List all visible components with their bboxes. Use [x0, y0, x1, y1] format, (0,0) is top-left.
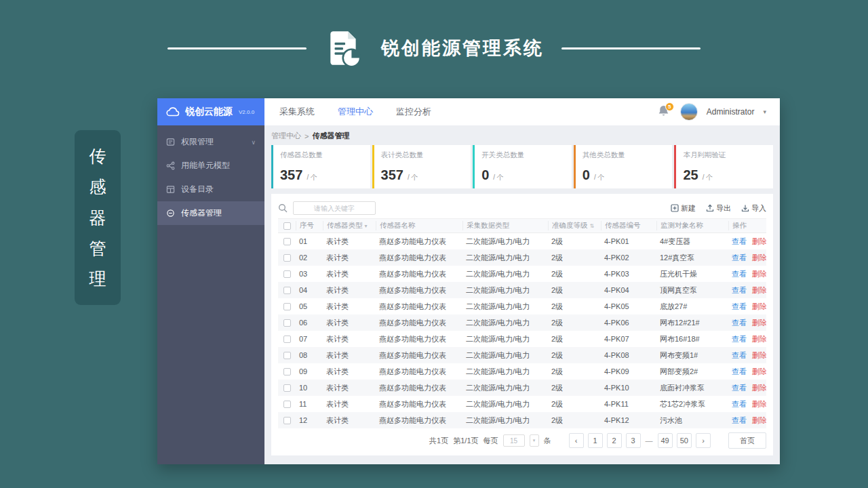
- view-link[interactable]: 查看: [732, 302, 747, 312]
- row-checkbox[interactable]: [283, 319, 291, 327]
- search-input[interactable]: [293, 201, 376, 215]
- view-link[interactable]: 查看: [732, 253, 747, 263]
- row-checkbox-cell: [278, 287, 296, 294]
- avatar[interactable]: [680, 103, 698, 121]
- cell-value: 二次能源/电力/电力: [462, 302, 548, 312]
- user-menu-caret-icon[interactable]: ▾: [763, 108, 766, 115]
- page-button[interactable]: 2: [607, 433, 622, 448]
- delete-link[interactable]: 删除: [752, 350, 766, 361]
- create-button[interactable]: 新建: [671, 203, 696, 214]
- view-link[interactable]: 查看: [732, 367, 747, 377]
- notification-bell-icon[interactable]: 5: [658, 104, 671, 119]
- view-link[interactable]: 查看: [732, 334, 747, 344]
- row-checkbox-cell: [278, 417, 296, 424]
- cell-value: 12: [296, 416, 323, 424]
- row-checkbox[interactable]: [283, 401, 291, 408]
- page-button[interactable]: 50: [677, 433, 692, 448]
- row-checkbox[interactable]: [283, 254, 291, 262]
- select-all-checkbox[interactable]: [283, 222, 291, 230]
- stat-card-switch-total: 开关类总数量 0/ 个: [473, 145, 572, 188]
- row-checkbox[interactable]: [283, 384, 291, 392]
- stat-cards: 传感器总数量 357/ 个 表计类总数量 357/ 个 开关类总数量 0/ 个 …: [271, 145, 773, 188]
- view-link[interactable]: 查看: [732, 285, 747, 296]
- header-checkbox-cell: [278, 222, 296, 230]
- sidebar-item-sensor-management[interactable]: 传感器管理: [157, 201, 264, 225]
- view-link[interactable]: 查看: [732, 237, 747, 247]
- stat-value: 0/ 个: [481, 167, 565, 183]
- username-label[interactable]: Administrator: [707, 107, 755, 117]
- delete-link[interactable]: 删除: [752, 399, 766, 409]
- per-page-select[interactable]: 15: [503, 434, 525, 447]
- row-checkbox[interactable]: [283, 287, 291, 294]
- page-banner: 锐创能源管理系统: [0, 28, 868, 68]
- page-button[interactable]: 3: [626, 433, 641, 448]
- delete-link[interactable]: 删除: [752, 285, 766, 296]
- cell-value: 2级: [548, 367, 601, 377]
- delete-link[interactable]: 删除: [752, 415, 766, 426]
- delete-link[interactable]: 删除: [752, 237, 766, 247]
- delete-link[interactable]: 删除: [752, 318, 766, 328]
- row-checkbox-cell: [278, 384, 296, 392]
- view-link[interactable]: 查看: [732, 350, 747, 361]
- row-checkbox[interactable]: [283, 417, 291, 424]
- view-link[interactable]: 查看: [732, 383, 747, 393]
- delete-link[interactable]: 删除: [752, 302, 766, 312]
- column-header: 传感器名称: [376, 221, 462, 230]
- cell-value: 表计类: [323, 237, 376, 247]
- prev-page-button[interactable]: ‹: [569, 433, 584, 448]
- export-button[interactable]: 导出: [706, 203, 731, 214]
- table-row: 08表计类燕赵多功能电力仪表二次能源/电力/电力2级4-PK08网布变频1#查看…: [278, 347, 766, 363]
- row-checkbox[interactable]: [283, 238, 291, 245]
- row-checkbox[interactable]: [283, 352, 291, 359]
- home-page-button[interactable]: 首页: [728, 432, 766, 449]
- row-checkbox[interactable]: [283, 270, 291, 278]
- view-link[interactable]: 查看: [732, 318, 747, 328]
- sidebar-item-device-catalog[interactable]: 设备目录: [157, 178, 264, 201]
- cell-value: 网部变频2#: [656, 367, 728, 377]
- sidebar-item-permission-management[interactable]: 权限管理 ∨: [157, 130, 264, 154]
- delete-link[interactable]: 删除: [752, 367, 766, 377]
- cell-value: 二次能源/电力/电力: [462, 334, 548, 344]
- delete-link[interactable]: 删除: [752, 383, 766, 393]
- row-actions: 查看删除: [728, 285, 766, 296]
- pagination-info: 共1页 第1/1页 每页 15 ▾ 条: [429, 434, 551, 447]
- page-button[interactable]: 1: [588, 433, 603, 448]
- table-row: 12表计类燕赵多功能电力仪表二次能源/电力/电力2级4-PK12污水池查看删除: [278, 412, 766, 428]
- total-pages-label: 共1页: [429, 436, 448, 446]
- next-page-button[interactable]: ›: [696, 433, 711, 448]
- filter-icon[interactable]: ▾: [365, 223, 368, 229]
- sort-icon[interactable]: ⇅: [590, 223, 595, 229]
- cell-value: 燕赵多功能电力仪表: [376, 415, 462, 426]
- tab-management-center[interactable]: 管理中心: [338, 106, 373, 118]
- page-button[interactable]: 49: [658, 433, 673, 448]
- view-link[interactable]: 查看: [732, 269, 747, 279]
- import-button[interactable]: 导入: [741, 203, 766, 214]
- delete-link[interactable]: 删除: [752, 269, 766, 279]
- page-title: 锐创能源管理系统: [381, 36, 544, 60]
- cell-value: 燕赵多功能电力仪表: [376, 302, 462, 312]
- tab-collection-system[interactable]: 采集系统: [279, 106, 315, 118]
- cell-value: 燕赵多功能电力仪表: [376, 383, 462, 393]
- row-checkbox[interactable]: [283, 336, 291, 343]
- sidebar-item-energy-unit-model[interactable]: 用能单元模型: [157, 154, 264, 178]
- cell-value: 4-PK11: [601, 400, 656, 408]
- delete-link[interactable]: 删除: [752, 253, 766, 263]
- per-page-spinner-icon[interactable]: ▾: [530, 434, 539, 447]
- row-actions: 查看删除: [728, 350, 766, 361]
- view-link[interactable]: 查看: [732, 399, 747, 409]
- tab-monitoring-analysis[interactable]: 监控分析: [396, 106, 431, 118]
- cell-value: 燕赵多功能电力仪表: [376, 269, 462, 279]
- top-navigation: 采集系统 管理中心 监控分析 5 Administrator ▾: [264, 98, 780, 125]
- stat-label: 其他类总数量: [583, 150, 666, 160]
- row-actions: 查看删除: [728, 253, 766, 263]
- delete-link[interactable]: 删除: [752, 334, 766, 344]
- row-checkbox[interactable]: [283, 303, 291, 310]
- stat-value: 357/ 个: [280, 167, 363, 183]
- row-checkbox-cell: [278, 238, 296, 245]
- view-link[interactable]: 查看: [732, 415, 747, 426]
- sidebar-item-label: 权限管理: [181, 136, 214, 148]
- table-panel: 新建 导出 导入 序号传感器类型▾传感器名称采集数据类型准确度等级⇅传感器编号监…: [271, 194, 773, 455]
- vertical-char: 管: [90, 237, 106, 260]
- breadcrumb-parent[interactable]: 管理中心: [271, 131, 301, 141]
- row-checkbox[interactable]: [283, 368, 291, 375]
